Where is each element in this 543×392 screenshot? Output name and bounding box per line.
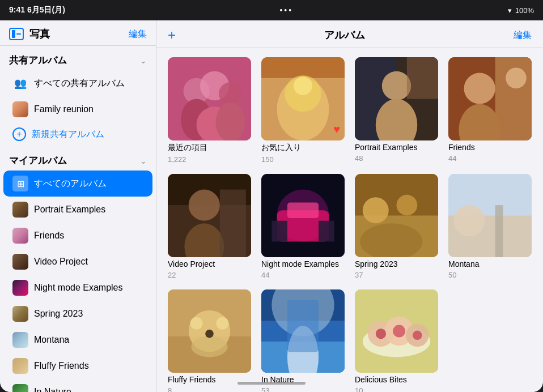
- album-count-friends: 44: [448, 154, 532, 163]
- album-title-video: Video Project: [168, 259, 251, 269]
- sidebar-edit-button[interactable]: 編集: [129, 28, 147, 40]
- album-thumb-friends: [448, 57, 532, 140]
- my-albums-chevron[interactable]: ⌄: [140, 156, 147, 165]
- album-count-recent: 1,222: [168, 155, 251, 164]
- sidebar-item-portrait[interactable]: Portrait Examples: [3, 197, 152, 223]
- my-albums-title: マイアルバム: [9, 154, 67, 167]
- svg-rect-31: [272, 221, 287, 242]
- svg-point-21: [506, 67, 527, 88]
- album-count-night: 44: [261, 271, 345, 279]
- svg-point-49: [205, 330, 214, 338]
- shared-albums-title: 共有アルバム: [9, 54, 67, 67]
- album-thumb-montana: [448, 174, 532, 257]
- album-thumb-delicious: [355, 289, 438, 373]
- album-thumb-portrait: [355, 57, 438, 140]
- album-thumb-video: [168, 174, 251, 257]
- friends-label: Friends: [34, 231, 64, 241]
- album-item-montana[interactable]: Montana 50: [448, 174, 532, 279]
- all-albums-label: すべてのアルバム: [34, 178, 107, 190]
- album-title-recent: 最近の項目: [168, 143, 251, 153]
- shared-albums-chevron[interactable]: ⌄: [140, 56, 147, 65]
- album-count-montana: 50: [448, 271, 532, 279]
- sidebar-item-night[interactable]: Night mode Examples: [3, 275, 152, 301]
- svg-rect-32: [319, 221, 334, 242]
- status-bar: 9:41 6月5日(月) ••• ▾ 100%: [0, 0, 543, 20]
- sidebar: 写真 編集 共有アルバム ⌄ 👥 すべての共有アルバム Family reuni…: [0, 20, 156, 392]
- content-title: アルバム: [324, 28, 365, 42]
- album-count-portrait: 48: [355, 154, 438, 163]
- video-thumb: [12, 254, 28, 270]
- add-album-button[interactable]: +: [168, 27, 176, 43]
- svg-point-61: [376, 329, 386, 339]
- fluffy-thumb: [12, 358, 28, 374]
- svg-point-11: [294, 76, 312, 95]
- sidebar-header: 写真 編集: [0, 20, 156, 46]
- album-thumb-innature: [261, 289, 345, 373]
- svg-rect-30: [287, 203, 319, 219]
- album-grid: 最近の項目 1,222 ♥ お気に入り 150: [156, 48, 543, 392]
- status-time: 9:41 6月5日(月): [9, 5, 65, 15]
- spring-thumb: [12, 306, 28, 322]
- fluffy-label: Fluffy Friends: [34, 361, 89, 371]
- sidebar-header-left: 写真: [9, 27, 50, 41]
- svg-point-35: [363, 197, 389, 223]
- sidebar-item-friends[interactable]: Friends: [3, 223, 152, 249]
- album-count-favorites: 150: [261, 155, 345, 164]
- all-albums-icon: ⊞: [12, 176, 28, 191]
- album-thumb-favorites: ♥: [261, 57, 345, 140]
- svg-rect-16: [407, 57, 438, 99]
- album-item-video[interactable]: Video Project 22: [168, 174, 251, 279]
- svg-point-47: [190, 317, 203, 330]
- album-title-montana: Montana: [448, 259, 532, 269]
- status-dots: •••: [279, 6, 293, 15]
- album-item-spring[interactable]: Spring 2023 37: [355, 174, 438, 279]
- album-item-night[interactable]: Night mode Examples 44: [261, 174, 345, 279]
- sidebar-item-all-shared[interactable]: 👥 すべての共有アルバム: [3, 70, 152, 96]
- album-count-spring: 37: [355, 271, 438, 279]
- main-container: 写真 編集 共有アルバム ⌄ 👥 すべての共有アルバム Family reuni…: [0, 20, 543, 392]
- portrait-label: Portrait Examples: [34, 204, 105, 215]
- family-reunion-label: Family reunion: [34, 104, 94, 114]
- album-item-favorites[interactable]: ♥ お気に入り 150: [261, 57, 345, 164]
- night-thumb: [12, 280, 28, 296]
- album-item-friends[interactable]: Friends 44: [448, 57, 532, 164]
- svg-point-48: [216, 317, 228, 330]
- sidebar-item-montana[interactable]: Montana: [3, 327, 152, 353]
- status-right: ▾ 100%: [508, 6, 534, 15]
- battery-icon: 100%: [515, 6, 534, 15]
- sidebar-toggle-icon[interactable]: [9, 28, 24, 40]
- montana-thumb: [12, 332, 28, 348]
- sidebar-item-video[interactable]: Video Project: [3, 249, 152, 275]
- svg-point-6: [216, 103, 245, 140]
- svg-point-63: [413, 331, 422, 340]
- wifi-icon: ▾: [508, 6, 512, 15]
- sidebar-item-spring[interactable]: Spring 2023: [3, 301, 152, 327]
- heart-icon: ♥: [333, 123, 340, 136]
- album-item-recent[interactable]: 最近の項目 1,222: [168, 57, 251, 164]
- montana-label: Montana: [34, 335, 69, 345]
- sidebar-item-family-reunion[interactable]: Family reunion: [3, 96, 152, 122]
- album-title-spring: Spring 2023: [355, 259, 438, 269]
- my-albums-section-header: マイアルバム ⌄: [0, 146, 156, 171]
- svg-point-3: [219, 82, 241, 105]
- svg-point-19: [464, 73, 495, 104]
- portrait-thumb: [12, 202, 28, 218]
- album-count-video: 22: [168, 271, 251, 279]
- all-shared-label: すべての共有アルバム: [34, 78, 125, 90]
- new-shared-label: 新規共有アルバム: [32, 129, 104, 140]
- friends-thumb: [12, 228, 28, 244]
- sidebar-item-new-shared[interactable]: + 新規共有アルバム: [3, 122, 152, 146]
- new-shared-icon: +: [12, 127, 26, 141]
- video-label: Video Project: [34, 257, 88, 267]
- album-title-friends: Friends: [448, 143, 532, 152]
- content-edit-button[interactable]: 編集: [514, 29, 532, 41]
- album-title-night: Night mode Examples: [261, 259, 345, 269]
- album-item-portrait[interactable]: Portrait Examples 48: [355, 57, 438, 164]
- album-title-portrait: Portrait Examples: [355, 143, 438, 152]
- shared-albums-section-header: 共有アルバム ⌄: [0, 46, 156, 70]
- svg-point-41: [453, 205, 485, 236]
- sidebar-item-all-albums[interactable]: ⊞ すべてのアルバム: [3, 171, 152, 197]
- svg-point-24: [189, 190, 220, 221]
- album-thumb-spring: [355, 174, 438, 257]
- svg-rect-26: [220, 190, 246, 257]
